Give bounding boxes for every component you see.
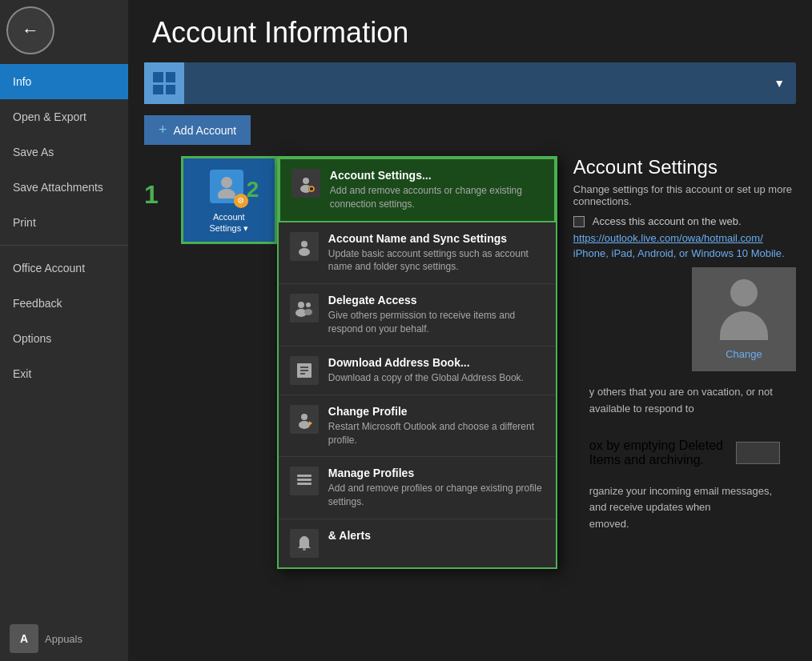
sidebar-item-office-account[interactable]: Office Account xyxy=(0,250,128,286)
right-panel: Account Settings Change settings for thi… xyxy=(573,156,796,541)
rules-text: rganize your incoming email messages, an… xyxy=(573,475,796,541)
avatar-change-link[interactable]: Change xyxy=(726,348,762,360)
main-content: Account Information ▼ + Add Account 1 xyxy=(128,0,812,661)
sidebar-bottom: A Appuals xyxy=(0,616,128,661)
svg-point-10 xyxy=(301,241,308,247)
dropdown-item-text-manage: Manage Profiles Add and remove profiles … xyxy=(328,467,545,509)
add-account-button[interactable]: + Add Account xyxy=(144,115,251,145)
person-svg xyxy=(215,174,239,198)
avatar-body xyxy=(720,311,768,340)
sidebar-item-exit[interactable]: Exit xyxy=(0,356,128,391)
svg-rect-25 xyxy=(297,483,312,485)
avatar-box: Change xyxy=(692,267,796,371)
svg-point-15 xyxy=(304,309,312,315)
dropdown-item-address-book[interactable]: Download Address Book... Download a copy… xyxy=(279,347,556,395)
dropdown-item-text-sync: Account Name and Sync Settings Update ba… xyxy=(328,232,545,274)
web-access-label: Access this account on the web. xyxy=(593,215,742,227)
svg-point-2 xyxy=(303,178,309,184)
sidebar-item-open-export[interactable]: Open & Export xyxy=(0,99,128,134)
account-bar[interactable]: ▼ xyxy=(144,62,796,104)
sidebar: ← Info Open & Export Save As Save Attach… xyxy=(0,0,128,661)
account-settings-desc: Change settings for this account or set … xyxy=(573,183,796,207)
dropdown-item-title-profile: Change Profile xyxy=(328,405,545,418)
dropdown-item-text-settings: Account Settings... Add and remove accou… xyxy=(330,169,543,211)
plus-icon: + xyxy=(159,122,167,138)
dropdown-item-alerts[interactable]: & Alerts xyxy=(279,519,556,567)
dropdown-item-text-address: Download Address Book... Download a copy… xyxy=(328,356,545,385)
sidebar-divider xyxy=(0,245,128,246)
number-badge-1: 1 xyxy=(144,180,159,210)
back-button[interactable]: ← xyxy=(6,6,54,54)
dropdown-item-delegate[interactable]: Delegate Access Give others permission t… xyxy=(279,284,556,347)
page-title: Account Information xyxy=(128,0,812,62)
dropdown-menu: 2 Account Settings... Add a xyxy=(277,156,557,569)
archive-row: ox by emptying Deleted Items and archivi… xyxy=(573,431,796,475)
archive-button[interactable] xyxy=(736,442,780,464)
svg-point-20 xyxy=(301,414,308,420)
svg-point-12 xyxy=(298,302,304,308)
sidebar-item-print[interactable]: Print xyxy=(0,205,128,240)
svg-point-1 xyxy=(218,189,235,198)
dropdown-item-icon-profile xyxy=(290,405,319,434)
dropdown-item-change-profile[interactable]: Change Profile Restart Microsoft Outlook… xyxy=(279,395,556,458)
dropdown-item-icon-settings xyxy=(291,169,320,198)
avatar-figure xyxy=(712,279,776,343)
dropdown-item-icon-alerts xyxy=(290,529,319,558)
sidebar-item-info[interactable]: Info xyxy=(0,64,128,99)
web-access-row: Access this account on the web. xyxy=(573,215,796,227)
account-bar-icon xyxy=(144,62,184,104)
svg-marker-22 xyxy=(309,421,312,426)
dropdown-item-title-manage: Manage Profiles xyxy=(328,467,545,479)
dropdown-item-text-profile: Change Profile Restart Microsoft Outlook… xyxy=(328,405,545,447)
sidebar-item-save-as[interactable]: Save As xyxy=(0,134,128,170)
avatar-head xyxy=(730,279,758,306)
sidebar-item-feedback[interactable]: Feedback xyxy=(0,286,128,321)
svg-point-21 xyxy=(299,421,310,429)
dropdown-item-title-delegate: Delegate Access xyxy=(328,294,545,306)
tile-label: Account Settings ▾ xyxy=(209,211,248,234)
dropdown-item-text-delegate: Delegate Access Give others permission t… xyxy=(328,294,545,336)
vacation-text: y others that you are on vacation, or no… xyxy=(573,371,796,431)
tile-icon-area: ⚙ xyxy=(210,170,248,208)
svg-rect-23 xyxy=(297,475,312,477)
dropdown-item-icon-address xyxy=(290,356,319,385)
app-logo: A xyxy=(10,624,38,653)
account-settings-title: Account Settings xyxy=(573,156,796,178)
account-settings-tile[interactable]: ⚙ Account Settings ▾ xyxy=(181,156,277,244)
number-badge-2: 2 xyxy=(247,177,259,202)
dropdown-item-icon-sync xyxy=(290,232,319,261)
dropdown-arrow-icon: ▼ xyxy=(762,77,796,90)
dropdown-item-name-sync[interactable]: Account Name and Sync Settings Update ba… xyxy=(279,222,556,285)
dropdown-item-text-alerts: & Alerts xyxy=(328,529,545,544)
app-logo-text: Appuals xyxy=(45,633,82,645)
dropdown-item-account-settings[interactable]: 2 Account Settings... Add a xyxy=(279,158,556,222)
dropdown-item-manage-profiles[interactable]: Manage Profiles Add and remove profiles … xyxy=(279,457,556,519)
add-account-label: Add Account xyxy=(174,124,237,137)
dropdown-item-icon-delegate xyxy=(290,294,319,322)
dropdown-item-title-sync: Account Name and Sync Settings xyxy=(328,232,545,245)
svg-point-13 xyxy=(306,302,311,307)
dropdown-item-title-alerts: & Alerts xyxy=(328,529,545,542)
dropdown-item-desc-profile: Restart Microsoft Outlook and choose a d… xyxy=(328,420,545,447)
mobile-link[interactable]: iPhone, iPad, Android, or Windows 10 Mob… xyxy=(573,247,796,259)
dropdown-item-desc-settings: Add and remove accounts or change existi… xyxy=(330,184,543,211)
dropdown-item-desc-delegate: Give others permission to receive items … xyxy=(328,309,545,336)
sidebar-nav: Info Open & Export Save As Save Attachme… xyxy=(0,64,128,391)
account-squares-icon xyxy=(153,72,175,94)
dropdown-item-desc-sync: Update basic account settings such as ac… xyxy=(328,247,545,274)
dropdown-item-desc-address: Download a copy of the Global Address Bo… xyxy=(328,371,545,385)
svg-point-11 xyxy=(299,248,310,256)
back-arrow-icon: ← xyxy=(22,20,39,41)
sidebar-item-save-attachments[interactable]: Save Attachments xyxy=(0,170,128,205)
dropdown-item-title-settings: Account Settings... xyxy=(330,169,543,182)
web-access-checkbox[interactable] xyxy=(573,216,585,227)
svg-point-0 xyxy=(221,177,232,188)
svg-rect-24 xyxy=(297,479,312,481)
svg-rect-26 xyxy=(303,548,306,551)
dropdown-item-desc-manage: Add and remove profiles or change existi… xyxy=(328,482,545,509)
sidebar-item-options[interactable]: Options xyxy=(0,321,128,356)
dropdown-item-icon-manage xyxy=(290,467,319,495)
dropdown-item-title-address: Download Address Book... xyxy=(328,356,545,369)
outlook-web-link[interactable]: https://outlook.live.com/owa/hotmail.com… xyxy=(573,232,796,244)
